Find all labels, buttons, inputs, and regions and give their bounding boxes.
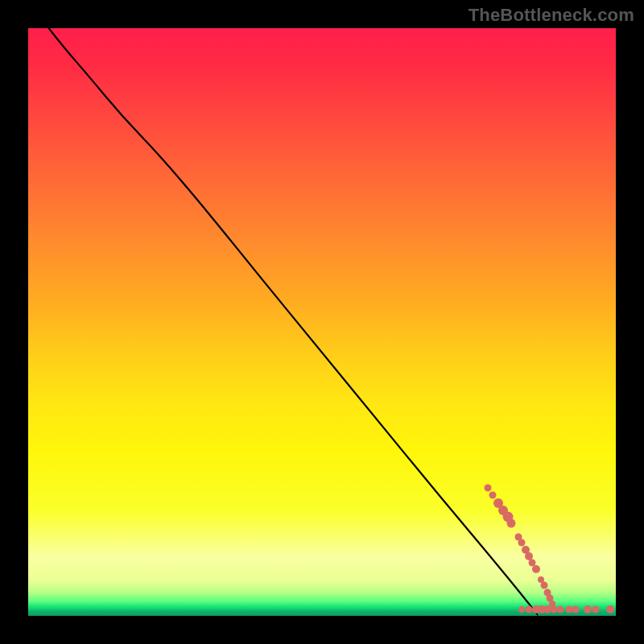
- scatter-point: [489, 491, 496, 498]
- scatter-point: [484, 484, 491, 491]
- scatter-point: [592, 605, 600, 613]
- scatter-point: [540, 582, 547, 589]
- scatter-point: [565, 605, 572, 613]
- watermark-text: TheBottleneck.com: [469, 5, 634, 26]
- scatter-point: [572, 605, 580, 613]
- scatter-point: [532, 565, 540, 573]
- scatter-point: [606, 605, 614, 613]
- plot-area: [28, 28, 616, 616]
- gradient-background: [28, 28, 616, 616]
- stage: TheBottleneck.com: [0, 0, 644, 644]
- scatter-point: [518, 606, 525, 613]
- scatter-point: [550, 605, 557, 613]
- scatter-point: [507, 519, 516, 528]
- scatter-point: [557, 605, 564, 613]
- scatter-point: [584, 605, 592, 613]
